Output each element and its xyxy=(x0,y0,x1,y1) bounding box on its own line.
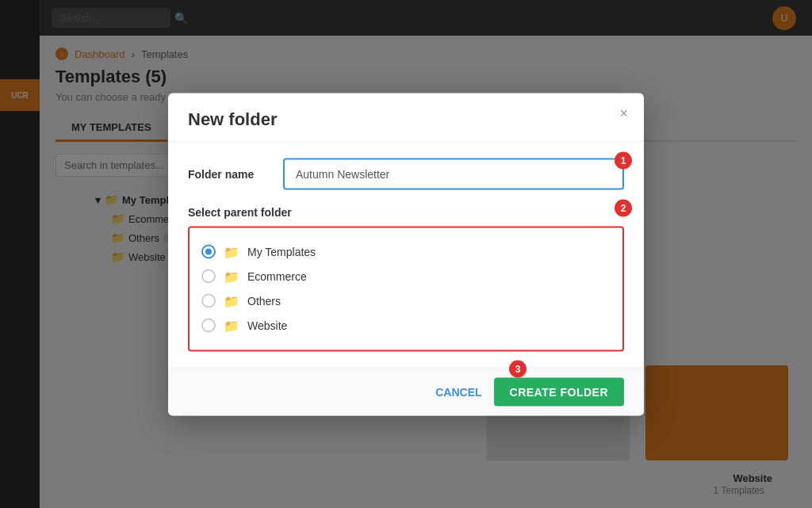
folder-option-ecommerce[interactable]: 📁 Ecommerce xyxy=(201,264,611,288)
select-parent-label: Select parent folder xyxy=(188,205,624,218)
close-button[interactable]: × xyxy=(619,105,628,121)
modal-footer: 3 CANCEL CREATE FOLDER xyxy=(168,367,644,415)
select-parent-group: Select parent folder 2 📁 My Templates 📁 … xyxy=(188,205,624,351)
folder-option-label: My Templates xyxy=(247,246,316,258)
folder-option-label: Website xyxy=(247,319,287,332)
folder-name-label: Folder name xyxy=(188,167,267,180)
modal-title: New folder xyxy=(188,109,624,129)
folder-list: 📁 My Templates 📁 Ecommerce 📁 Others 📁 W xyxy=(188,226,624,351)
step-3-badge: 3 xyxy=(509,360,527,377)
folder-option-website[interactable]: 📁 Website xyxy=(201,313,611,338)
folder-name-group: Folder name 1 xyxy=(188,158,624,189)
folder-icon: 📁 xyxy=(224,269,239,284)
radio-website[interactable] xyxy=(201,319,216,333)
folder-icon: 📁 xyxy=(224,293,239,308)
radio-others[interactable] xyxy=(201,294,216,308)
modal-header: New folder × xyxy=(168,93,644,142)
cancel-button[interactable]: CANCEL xyxy=(435,385,481,398)
radio-my-templates[interactable] xyxy=(201,245,216,259)
folder-name-input[interactable] xyxy=(283,158,624,189)
modal-body: Folder name 1 Select parent folder 2 📁 M… xyxy=(168,142,644,367)
folder-icon: 📁 xyxy=(224,318,239,333)
new-folder-modal: New folder × Folder name 1 Select parent… xyxy=(168,93,644,415)
folder-option-my-templates[interactable]: 📁 My Templates xyxy=(201,239,611,264)
folder-option-others[interactable]: 📁 Others xyxy=(201,288,611,313)
folder-option-label: Others xyxy=(247,295,281,307)
radio-ecommerce[interactable] xyxy=(201,269,216,284)
create-folder-button[interactable]: CREATE FOLDER xyxy=(494,377,624,406)
folder-option-label: Ecommerce xyxy=(247,270,307,283)
folder-icon: 📁 xyxy=(224,244,239,259)
step-2-badge: 2 xyxy=(615,199,632,216)
step-1-badge: 1 xyxy=(615,151,632,169)
